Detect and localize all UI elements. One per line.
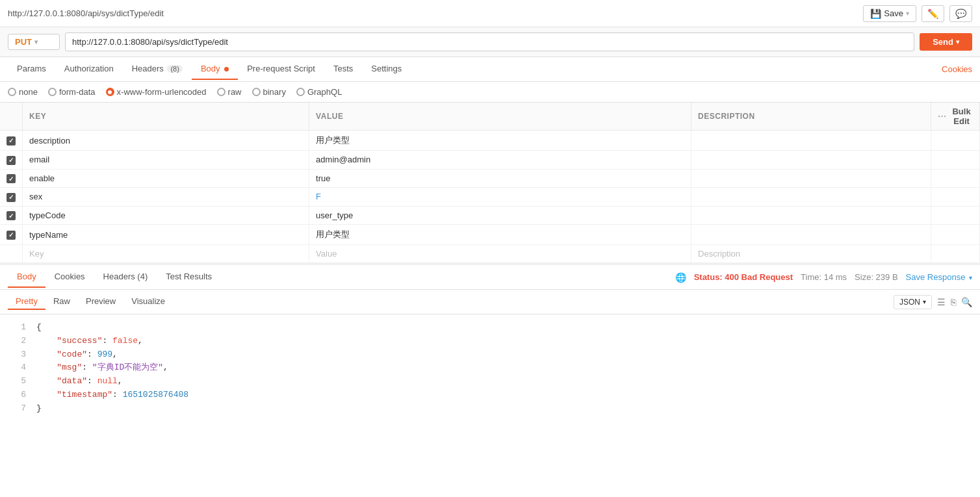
code-line-3: 3 "code": 999, [0, 348, 980, 362]
row-checkbox-cell[interactable] [0, 131, 23, 151]
row-value[interactable]: 用户类型 [309, 225, 691, 245]
request-tabs: Params Authorization Headers (8) Body Pr… [8, 58, 411, 80]
col-header-value: VALUE [309, 103, 691, 131]
row-key[interactable]: typeCode [23, 206, 309, 225]
format-tab-visualize[interactable]: Visualize [123, 294, 173, 310]
row-checkbox-cell[interactable] [0, 225, 23, 245]
tab-authorization[interactable]: Authorization [55, 58, 123, 80]
table-row: enable true [0, 169, 980, 188]
body-type-graphql[interactable]: GraphQL [296, 87, 342, 97]
body-type-none[interactable]: none [8, 87, 38, 97]
globe-icon: 🌐 [675, 272, 686, 283]
row-key[interactable]: description [23, 131, 309, 151]
response-tab-headers[interactable]: Headers (4) [94, 266, 157, 288]
placeholder-checkbox [0, 245, 23, 263]
url-input[interactable] [65, 32, 914, 51]
row-description[interactable] [691, 206, 931, 225]
format-tab-preview[interactable]: Preview [78, 294, 123, 310]
tab-body[interactable]: Body [192, 58, 238, 80]
format-row: Pretty Raw Preview Visualize JSON ▾ ☰ ⎘ … [0, 290, 980, 314]
col-header-actions: ··· Bulk Edit [931, 103, 979, 131]
checkbox-checked[interactable] [6, 231, 16, 240]
params-table-wrapper: KEY VALUE DESCRIPTION ··· Bulk Edit [0, 103, 980, 262]
table-row: description 用户类型 [0, 131, 980, 151]
body-type-urlencoded[interactable]: x-www-form-urlencoded [106, 87, 207, 97]
tab-headers[interactable]: Headers (8) [123, 58, 192, 80]
format-type-selector[interactable]: JSON ▾ [894, 295, 932, 309]
row-key[interactable]: typeName [23, 225, 309, 245]
row-key[interactable]: enable [23, 169, 309, 188]
checkbox-checked[interactable] [6, 174, 16, 183]
code-line-6: 6 "timestamp": 1651025876408 [0, 389, 980, 402]
row-value[interactable]: user_type [309, 206, 691, 225]
checkbox-checked[interactable] [6, 211, 16, 220]
search-button[interactable]: 🔍 [961, 297, 972, 307]
row-description[interactable] [691, 131, 931, 151]
row-key[interactable]: email [23, 151, 309, 170]
send-chevron-icon: ▾ [956, 38, 959, 45]
code-line-2: 2 "success": false, [0, 335, 980, 348]
row-value[interactable]: F [309, 188, 691, 207]
checkbox-checked[interactable] [6, 193, 16, 202]
response-tabs-row: Body Cookies Headers (4) Test Results 🌐 … [0, 265, 980, 290]
row-checkbox-cell[interactable] [0, 151, 23, 170]
response-code-area: 1 { 2 "success": false, 3 "code": 999, 4… [0, 314, 980, 422]
row-value[interactable]: 用户类型 [309, 131, 691, 151]
radio-graphql [296, 88, 305, 96]
row-description[interactable] [691, 169, 931, 188]
response-tab-test-results[interactable]: Test Results [157, 266, 221, 288]
bulk-edit-button[interactable]: Bulk Edit [950, 107, 973, 126]
checkbox-checked[interactable] [6, 156, 16, 165]
format-tab-pretty[interactable]: Pretty [8, 294, 45, 310]
response-tab-body[interactable]: Body [8, 266, 45, 288]
checkbox-checked[interactable] [6, 136, 16, 146]
method-selector[interactable]: PUT ▾ [8, 34, 60, 50]
row-description[interactable] [691, 151, 931, 170]
tab-tests[interactable]: Tests [324, 58, 362, 80]
row-checkbox-cell[interactable] [0, 169, 23, 188]
table-row: email admin@admin [0, 151, 980, 170]
method-label: PUT [15, 37, 32, 47]
more-options-button[interactable]: ··· [938, 110, 946, 122]
filter-icon[interactable]: ☰ [937, 297, 946, 307]
response-tab-cookies[interactable]: Cookies [45, 266, 94, 288]
row-actions [931, 225, 979, 245]
format-tabs: Pretty Raw Preview Visualize [8, 294, 173, 310]
save-chevron-icon: ▾ [906, 10, 909, 17]
send-button[interactable]: Send ▾ [920, 33, 972, 51]
response-tabs: Body Cookies Headers (4) Test Results [8, 266, 221, 288]
response-size: Size: 239 B [855, 272, 898, 282]
placeholder-key[interactable]: Key [23, 245, 309, 263]
comment-icon-button[interactable]: 💬 [949, 5, 972, 22]
body-type-form-data[interactable]: form-data [48, 87, 96, 97]
tab-params[interactable]: Params [8, 58, 55, 80]
cookies-link[interactable]: Cookies [942, 64, 972, 74]
col-header-key: KEY [23, 103, 309, 131]
body-type-binary[interactable]: binary [252, 87, 286, 97]
format-actions: JSON ▾ ☰ ⎘ 🔍 [894, 295, 972, 309]
tab-settings[interactable]: Settings [362, 58, 411, 80]
code-line-7: 7 } [0, 402, 980, 416]
row-key[interactable]: sex [23, 188, 309, 207]
row-checkbox-cell[interactable] [0, 206, 23, 225]
code-line-1: 1 { [0, 321, 980, 335]
copy-button[interactable]: ⎘ [951, 297, 956, 307]
row-actions [931, 188, 979, 207]
placeholder-description[interactable]: Description [691, 245, 931, 263]
placeholder-value[interactable]: Value [309, 245, 691, 263]
save-response-button[interactable]: Save Response ▾ [906, 272, 972, 282]
save-button[interactable]: 💾 Save ▾ [863, 5, 916, 22]
format-tab-raw[interactable]: Raw [45, 294, 78, 310]
row-value[interactable]: admin@admin [309, 151, 691, 170]
tab-pre-request[interactable]: Pre-request Script [238, 58, 324, 80]
radio-urlencoded [106, 88, 114, 96]
row-value[interactable]: true [309, 169, 691, 188]
row-checkbox-cell[interactable] [0, 188, 23, 207]
row-description[interactable] [691, 188, 931, 207]
body-type-raw[interactable]: raw [217, 87, 242, 97]
edit-icon-button[interactable]: ✏️ [922, 5, 944, 22]
row-description[interactable] [691, 225, 931, 245]
save-icon: 💾 [870, 8, 881, 19]
body-active-dot [224, 67, 229, 71]
response-status-info: 🌐 Status: 400 Bad Request Time: 14 ms Si… [675, 272, 972, 283]
